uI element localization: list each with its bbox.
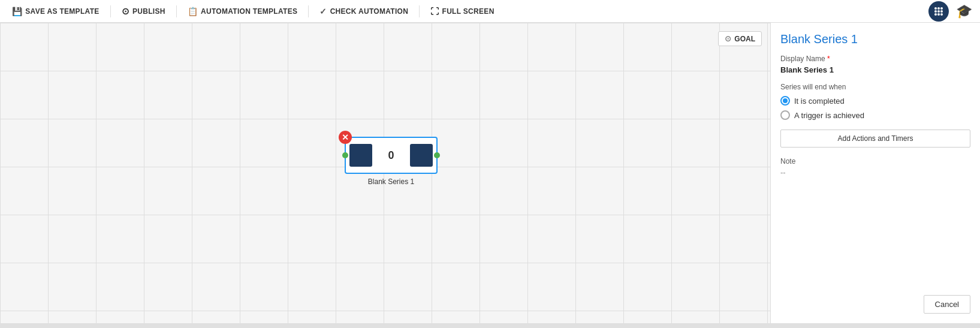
toolbar: 💾 SAVE AS TEMPLATE ⊙ PUBLISH 📋 AUTOMATIO…	[0, 0, 980, 23]
node-connector-left[interactable]	[342, 152, 348, 158]
display-name-label: Display Name *	[780, 55, 970, 63]
goal-icon: ⊙	[725, 34, 731, 43]
node-delete-button[interactable]: ✕	[339, 131, 352, 144]
note-value: --	[780, 168, 970, 177]
radio-completed-circle[interactable]	[780, 96, 790, 106]
separator-3	[308, 5, 309, 17]
series-end-label: Series will end when	[780, 83, 970, 91]
radio-completed-label: It is completed	[794, 97, 845, 106]
panel-bottom: Cancel	[780, 295, 970, 314]
radio-trigger-circle[interactable]	[780, 110, 790, 120]
fullscreen-icon: ⛶	[430, 7, 439, 16]
add-actions-label: Add Actions and Timers	[837, 134, 913, 143]
note-label: Note	[780, 157, 970, 165]
save-as-template-button[interactable]: 💾 SAVE AS TEMPLATE	[6, 4, 105, 19]
automation-templates-icon: 📋	[188, 7, 198, 16]
radio-completed[interactable]: It is completed	[780, 96, 970, 106]
radio-trigger[interactable]: A trigger is achieved	[780, 110, 970, 120]
separator-1	[110, 5, 111, 17]
node-connector-right[interactable]	[434, 152, 440, 158]
cancel-label: Cancel	[935, 300, 959, 309]
svg-point-8	[940, 13, 943, 16]
radio-trigger-label: A trigger is achieved	[794, 111, 864, 120]
publish-label: PUBLISH	[132, 7, 165, 16]
main-area: ⊙ GOAL ✕ 0 Blank Series 1 Blank Series 1…	[0, 23, 980, 323]
check-automation-button[interactable]: ✓ CHECK AUTOMATION	[313, 4, 414, 19]
node-right-block	[410, 144, 433, 167]
save-icon: 💾	[12, 7, 22, 16]
svg-point-5	[940, 10, 943, 13]
svg-point-3	[934, 10, 937, 13]
display-name-value: Blank Series 1	[780, 65, 970, 74]
cancel-button[interactable]: Cancel	[924, 295, 970, 314]
svg-point-1	[937, 7, 940, 10]
svg-point-2	[940, 7, 943, 10]
separator-4	[419, 5, 420, 17]
apps-icon-button[interactable]	[928, 1, 949, 22]
node-center-value: 0	[375, 149, 408, 162]
full-screen-label: FULL SCREEN	[442, 7, 494, 16]
svg-point-7	[937, 13, 940, 16]
right-panel: Blank Series 1 Display Name * Blank Seri…	[770, 23, 980, 323]
svg-point-6	[934, 13, 937, 16]
save-as-template-label: SAVE AS TEMPLATE	[25, 7, 99, 16]
publish-icon: ⊙	[122, 6, 129, 17]
graduation-icon-button[interactable]: 🎓	[954, 1, 974, 22]
automation-templates-label: AUTOMATION TEMPLATES	[201, 7, 297, 16]
full-screen-button[interactable]: ⛶ FULL SCREEN	[424, 4, 500, 19]
series-node-label: Blank Series 1	[368, 177, 414, 186]
goal-button[interactable]: ⊙ GOAL	[718, 31, 762, 46]
radio-group: It is completed A trigger is achieved	[780, 96, 970, 120]
canvas-area[interactable]: ⊙ GOAL ✕ 0 Blank Series 1	[0, 23, 770, 323]
toolbar-right: 🎓	[928, 1, 974, 22]
series-node-wrapper: ✕ 0 Blank Series 1	[345, 137, 438, 186]
svg-point-4	[937, 10, 940, 13]
series-node[interactable]: ✕ 0	[345, 137, 438, 174]
check-automation-label: CHECK AUTOMATION	[330, 7, 409, 16]
goal-label: GOAL	[734, 35, 755, 43]
check-icon: ✓	[319, 7, 327, 16]
separator-2	[176, 5, 177, 17]
publish-button[interactable]: ⊙ PUBLISH	[116, 4, 171, 19]
automation-templates-button[interactable]: 📋 AUTOMATION TEMPLATES	[182, 4, 304, 19]
svg-point-0	[934, 7, 937, 10]
panel-title: Blank Series 1	[780, 32, 970, 46]
add-actions-button[interactable]: Add Actions and Timers	[780, 130, 970, 148]
required-asterisk: *	[827, 55, 830, 63]
node-left-block	[349, 144, 372, 167]
bottom-scrollbar[interactable]	[0, 323, 980, 328]
